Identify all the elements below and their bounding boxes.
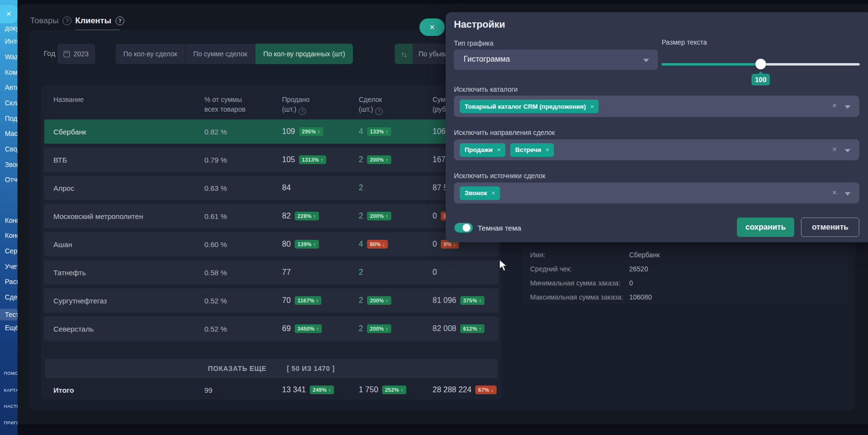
table-row[interactable]: Московский метрополитен0.61 %82228% ↑220… (44, 204, 499, 228)
table-row[interactable]: Сбербанк0.82 %109295% ↑4133% ↑106 (44, 119, 499, 144)
client-info-value: 26520 (629, 265, 648, 273)
row-deals-value: 2 (359, 296, 363, 305)
row-sum-value: 167 (433, 155, 446, 164)
row-pct: 0.79 % (204, 156, 227, 164)
column-header-line2: (шт.)? (359, 104, 383, 115)
sidebar-item-14[interactable]: Учет (5, 263, 17, 270)
sidebar-item-11[interactable]: Конн (5, 217, 17, 224)
sort-arrows-icon[interactable]: ↑↓ (395, 44, 413, 64)
exclude-sources-input[interactable]: Звонок× × (454, 183, 859, 203)
dark-theme-label: Темная тема (478, 224, 521, 232)
text-size-value-badge: 100 (751, 74, 770, 85)
row-pct: 0.61 % (204, 212, 227, 220)
row-sum-value: 0 (433, 268, 437, 277)
row-sold: 693450% ↑ (282, 324, 322, 333)
sidebar-item-17[interactable]: Тест (0, 309, 17, 320)
column-header-3: Сделок(шт.)? (359, 95, 383, 115)
row-sum: 167 (433, 155, 446, 164)
sidebar-item-1[interactable]: Инте (5, 37, 17, 45)
exclude-catalogs-input[interactable]: Товарный каталог CRM (предложения)× × (454, 96, 859, 117)
sidebar-footer-item-1[interactable]: КАРТА (4, 388, 17, 393)
column-header-line2: всех товаров (204, 104, 246, 114)
chevron-down-icon[interactable] (845, 192, 851, 196)
segment-0[interactable]: По кол-ву сделок (116, 44, 185, 64)
exclude-directions-input[interactable]: Продажи×Встречи× × (454, 139, 859, 160)
chevron-down-icon[interactable] (845, 105, 851, 109)
save-button[interactable]: сохранить (737, 218, 794, 237)
tab-clients[interactable]: Клиенты ? (75, 16, 124, 26)
year-picker[interactable]: 2023 (57, 44, 95, 64)
chevron-down-icon[interactable] (845, 149, 851, 152)
clear-icon[interactable]: × (832, 145, 837, 153)
client-info-row: Максимальная сумма заказа:106080 (522, 290, 848, 304)
sidebar-item-7[interactable]: Маст (5, 130, 17, 137)
sidebar-item-16[interactable]: Сдел (5, 293, 17, 301)
table-row[interactable]: ВТБ0.79 %1051313% ↑2200% ↑167 (44, 148, 499, 172)
client-info-card: Имя:СбербанкСредний чек:26520Минимальная… (522, 245, 848, 304)
row-sum: 0 (433, 268, 437, 277)
row-sum-value: 82 008 (433, 324, 456, 333)
tag-remove-icon[interactable]: × (546, 146, 550, 153)
table-row[interactable]: Северсталь0.52 %693450% ↑2200% ↑82 00861… (44, 317, 499, 341)
table-row[interactable]: Сургутнефтегаз0.52 %701167% ↑2200% ↑81 0… (44, 288, 499, 313)
sidebar-item-0[interactable]: доку (5, 24, 17, 32)
column-header-line1: Продано (282, 95, 310, 104)
table-row[interactable]: Ашан0.60 %80139% ↑480% ↓00% ↓ (44, 232, 499, 256)
row-sum: 82 008612% ↑ (433, 324, 484, 333)
sidebar-item-13[interactable]: Серв (5, 247, 17, 255)
help-icon[interactable]: ? (63, 17, 71, 25)
help-icon[interactable]: ? (299, 108, 306, 115)
row-pct: 0.82 % (204, 128, 227, 136)
row-deals: 2 (359, 184, 363, 192)
tab-products-label: Товары (30, 16, 58, 26)
sidebar: докуИнтеWazzКомпАвтоСклаПодпМастСводЗвон… (0, 0, 17, 435)
row-deals: 2200% ↑ (359, 296, 391, 305)
cancel-button[interactable]: отменить (801, 218, 859, 237)
settings-close-button[interactable]: × (419, 18, 445, 36)
sidebar-item-15[interactable]: Расш (5, 278, 17, 285)
clear-icon[interactable]: × (832, 101, 837, 110)
sidebar-item-3[interactable]: Комп (5, 68, 17, 76)
tag-remove-icon[interactable]: × (497, 146, 501, 153)
sidebar-item-18[interactable]: Ещё (5, 324, 17, 332)
row-sold-badge: 228% ↑ (295, 212, 319, 220)
table-row[interactable]: Алрос0.63 %84287 5 (44, 176, 499, 200)
row-sold-badge: 1167% ↑ (295, 296, 322, 305)
sidebar-item-6[interactable]: Подп (5, 115, 17, 122)
segment-1[interactable]: По сумме сделок (185, 44, 255, 64)
row-sold-value: 82 (282, 212, 291, 220)
row-sold: 109295% ↑ (282, 127, 323, 136)
row-sum-badge: 375% ↑ (460, 296, 484, 305)
row-deals-value: 4 (359, 127, 363, 136)
sidebar-footer-item-0[interactable]: ПОМО (4, 371, 17, 376)
sidebar-item-4[interactable]: Авто (5, 84, 17, 91)
sidebar-item-10[interactable]: Отче (5, 176, 17, 184)
tag-remove-icon[interactable]: × (590, 103, 594, 110)
help-icon[interactable]: ? (375, 108, 383, 115)
help-icon[interactable]: ? (116, 17, 124, 25)
row-sold-badge: 139% ↑ (295, 240, 319, 249)
text-size-slider[interactable] (662, 59, 860, 69)
tab-products[interactable]: Товары ? (30, 16, 71, 26)
sidebar-item-9[interactable]: Звон (5, 161, 17, 168)
sidebar-item-12[interactable]: Конс (5, 232, 17, 239)
row-deals: 2200% ↑ (359, 212, 391, 220)
row-deals-value: 2 (359, 324, 363, 333)
row-sold: 77 (282, 268, 291, 277)
sidebar-footer-item-2[interactable]: НАСТР (4, 404, 17, 409)
column-header-line1: Название (53, 95, 84, 104)
sidebar-close-button[interactable]: × (0, 5, 17, 23)
dark-theme-toggle[interactable] (454, 223, 473, 233)
sidebar-footer-item-3[interactable]: ПРИГЛ (4, 420, 17, 425)
slider-thumb[interactable] (755, 59, 766, 69)
sidebar-item-8[interactable]: Свод (5, 145, 17, 153)
sidebar-item-2[interactable]: Wazz (5, 53, 17, 61)
column-header-line1: Сум (433, 95, 446, 104)
tag-remove-icon[interactable]: × (491, 189, 495, 197)
chart-type-select[interactable]: Гистограмма (454, 50, 658, 70)
segment-2[interactable]: По кол-ву проданных (шт) (255, 44, 353, 64)
table-row[interactable]: Татнефть0.58 %7720 (44, 260, 499, 284)
clear-icon[interactable]: × (832, 188, 837, 197)
show-more-button[interactable]: ПОКАЗАТЬ ЕЩЕ [ 50 ИЗ 1470 ] (45, 359, 498, 378)
sidebar-item-5[interactable]: Скла (5, 99, 17, 107)
